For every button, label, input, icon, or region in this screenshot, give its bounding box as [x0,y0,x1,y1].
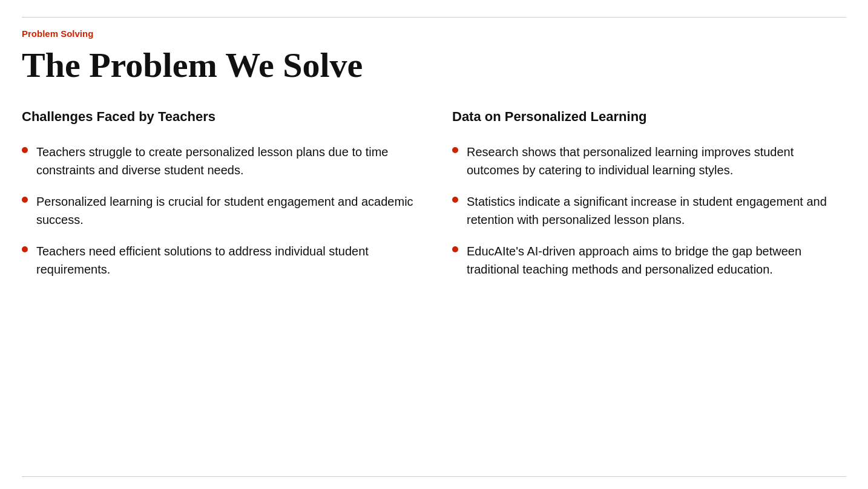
left-column: Challenges Faced by Teachers Teachers st… [22,109,416,293]
content-columns: Challenges Faced by Teachers Teachers st… [22,109,846,293]
bullet-dot-4 [452,147,458,153]
left-bullet-list: Teachers struggle to create personalized… [22,143,416,278]
left-bullet-text-1: Teachers struggle to create personalized… [36,143,416,179]
right-column: Data on Personalized Learning Research s… [452,109,846,293]
spacer [22,292,846,476]
right-column-title: Data on Personalized Learning [452,109,846,125]
main-title: The Problem We Solve [22,46,846,85]
bottom-divider [22,476,846,477]
header-section: Problem Solving The Problem We Solve [22,18,846,85]
right-bullet-item-2: Statistics indicate a significant increa… [452,192,846,229]
bullet-dot-6 [452,246,458,252]
bullet-dot-3 [22,246,28,252]
section-label: Problem Solving [22,28,846,39]
left-bullet-item-1: Teachers struggle to create personalized… [22,143,416,179]
right-bullet-text-3: EducAIte's AI-driven approach aims to br… [467,242,846,278]
left-bullet-text-3: Teachers need efficient solutions to add… [36,242,416,278]
right-bullet-item-3: EducAIte's AI-driven approach aims to br… [452,242,846,278]
page-container: Problem Solving The Problem We Solve Cha… [0,0,868,489]
left-bullet-item-3: Teachers need efficient solutions to add… [22,242,416,278]
bullet-dot-5 [452,197,458,203]
bullet-dot-2 [22,197,28,203]
left-bullet-text-2: Personalized learning is crucial for stu… [36,192,416,229]
right-bullet-list: Research shows that personalized learnin… [452,143,846,278]
right-bullet-text-2: Statistics indicate a significant increa… [467,192,846,229]
right-bullet-item-1: Research shows that personalized learnin… [452,143,846,179]
right-bullet-text-1: Research shows that personalized learnin… [467,143,846,179]
left-bullet-item-2: Personalized learning is crucial for stu… [22,192,416,229]
bullet-dot-1 [22,147,28,153]
left-column-title: Challenges Faced by Teachers [22,109,416,125]
